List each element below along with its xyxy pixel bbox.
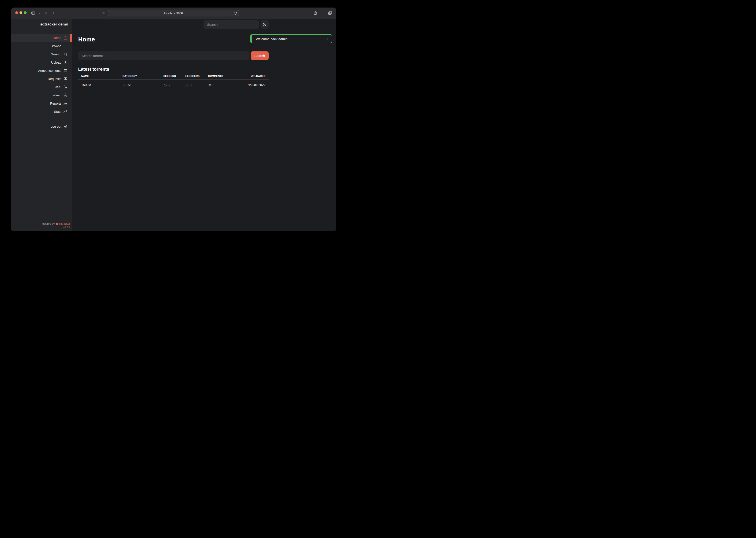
- chevron-down-icon: [38, 12, 40, 14]
- table-row[interactable]: 1500M All ?: [78, 80, 269, 90]
- logout-icon: [64, 125, 67, 128]
- torrent-uploaded-value: 7th Oct 2022: [243, 83, 265, 87]
- app-title: sqtracker demo: [11, 19, 72, 30]
- alert-triangle-icon: [64, 101, 67, 105]
- tab-group-chevron-button[interactable]: [38, 12, 40, 14]
- table-header-row: NAME CATEGORY SEEDERS LEECHERS COMMENTS …: [78, 75, 269, 80]
- message-plus-icon: [64, 77, 67, 81]
- privacy-shield-icon[interactable]: [102, 11, 105, 15]
- sidebar-item-profile[interactable]: admin: [11, 91, 72, 99]
- sidebar-item-label: Reports: [50, 102, 61, 105]
- browser-window: localhost:3000 sqtracker demo Home: [11, 8, 336, 231]
- forward-chevron-icon: [51, 11, 56, 15]
- sidebar-item-label: Stats: [54, 110, 61, 113]
- sidebar-item-label: Announcements: [38, 69, 61, 73]
- reload-icon: [234, 12, 237, 15]
- traffic-lights: [15, 11, 26, 14]
- theme-toggle-button[interactable]: [260, 21, 269, 28]
- close-window-button[interactable]: [15, 11, 18, 14]
- browser-toolbar: localhost:3000: [11, 8, 336, 19]
- sidebar-item-search[interactable]: Search: [11, 50, 72, 58]
- torrents-table: NAME CATEGORY SEEDERS LEECHERS COMMENTS …: [78, 75, 269, 90]
- share-icon: [313, 11, 317, 15]
- moon-icon: [262, 23, 266, 27]
- trending-up-icon: [64, 110, 67, 113]
- torrent-name-link[interactable]: 1500M: [81, 83, 122, 87]
- reload-button[interactable]: [234, 12, 237, 15]
- sidebar-item-label: RSS: [55, 85, 61, 89]
- sidebar-item-rss[interactable]: RSS: [11, 83, 72, 91]
- torrent-comments-cell: 1: [208, 83, 243, 87]
- page-title: Home: [78, 36, 269, 43]
- torrent-category-cell: All: [122, 83, 164, 87]
- news-icon: [64, 69, 67, 73]
- torrent-comments-value: 1: [213, 83, 215, 87]
- main-area: Home Search Latest torrents NAME CATEGOR…: [72, 19, 336, 231]
- new-tab-button[interactable]: [321, 11, 325, 15]
- address-bar-url: localhost:3000: [164, 12, 183, 15]
- share-button[interactable]: [313, 11, 317, 15]
- latest-torrents-title: Latest torrents: [78, 67, 269, 72]
- powered-by-line: Powered bysqtracker: [13, 222, 70, 225]
- torrent-category-value: All: [127, 83, 131, 87]
- back-button[interactable]: [44, 11, 48, 15]
- sidebar-footer: Powered bysqtracker v0.0.1: [11, 220, 72, 231]
- app-frame: sqtracker demo Home Browse Search Upload: [11, 19, 336, 231]
- forward-button[interactable]: [51, 11, 56, 15]
- home-icon: [64, 36, 67, 40]
- sidebar-item-logout[interactable]: Log out: [11, 122, 72, 131]
- torrent-search-input[interactable]: [78, 51, 250, 60]
- sidebar-item-label: Log out: [51, 125, 61, 128]
- app-version: v0.0.1: [13, 226, 70, 229]
- torrent-leechers-value: ?: [190, 83, 192, 87]
- sidebar-nav: Home Browse Search Upload Announcements: [11, 34, 72, 131]
- category-list-icon: [122, 83, 126, 87]
- column-header-seeders: SEEDERS: [164, 75, 185, 77]
- toast-message: Welcome back admin!: [252, 37, 288, 41]
- toolbar-divider: [37, 11, 37, 15]
- sidebar-item-label: Search: [51, 53, 61, 56]
- torrent-seeders-cell: ?: [164, 83, 185, 87]
- sidebar-item-announcements[interactable]: Announcements: [11, 67, 72, 75]
- back-chevron-icon: [44, 11, 48, 15]
- toast-close-button[interactable]: ×: [326, 37, 332, 41]
- page-content: Home Search Latest torrents NAME CATEGOR…: [72, 30, 269, 90]
- zoom-window-button[interactable]: [24, 11, 26, 14]
- column-header-uploaded: UPLOADED: [243, 75, 265, 77]
- torrent-search-button[interactable]: Search: [251, 51, 269, 60]
- sidebar-toggle-icon: [31, 11, 35, 15]
- sidebar-item-label: Home: [53, 36, 61, 40]
- seeders-upload-icon: [164, 83, 167, 87]
- sidebar-item-requests[interactable]: Requests: [11, 75, 72, 83]
- sidebar-item-upload[interactable]: Upload: [11, 58, 72, 67]
- minimize-window-button[interactable]: [20, 11, 23, 14]
- column-header-comments: COMMENTS: [208, 75, 243, 77]
- plus-icon: [321, 11, 325, 15]
- sidebar-item-label: admin: [53, 93, 62, 97]
- tabs-icon: [328, 11, 332, 15]
- list-icon: [64, 44, 67, 48]
- sidebar: sqtracker demo Home Browse Search Upload: [11, 19, 72, 231]
- sidebar-item-reports[interactable]: Reports: [11, 99, 72, 107]
- sidebar-item-label: Upload: [51, 61, 61, 64]
- sidebar-item-browse[interactable]: Browse: [11, 42, 72, 50]
- welcome-toast: Welcome back admin! ×: [250, 34, 332, 43]
- torrent-search-row: Search: [78, 51, 269, 60]
- user-icon: [64, 93, 67, 97]
- sidebar-item-stats[interactable]: Stats: [11, 107, 72, 116]
- topbar: [72, 19, 336, 30]
- tab-overview-button[interactable]: [328, 11, 332, 15]
- address-bar[interactable]: localhost:3000: [108, 10, 239, 16]
- sidebar-toggle-button[interactable]: [31, 11, 35, 15]
- sqtracker-brand-link[interactable]: sqtracker: [59, 222, 70, 225]
- leechers-download-icon: [185, 83, 189, 87]
- rss-icon: [64, 85, 67, 89]
- column-header-leechers: LEECHERS: [185, 75, 208, 77]
- sidebar-item-home[interactable]: Home: [11, 34, 72, 42]
- global-search-input[interactable]: [204, 21, 259, 28]
- powered-by-label: Powered by: [40, 222, 55, 225]
- column-header-category: CATEGORY: [122, 75, 164, 77]
- torrent-leechers-cell: ?: [185, 83, 208, 87]
- comments-bubble-icon: [208, 83, 211, 87]
- column-header-name: NAME: [81, 75, 122, 77]
